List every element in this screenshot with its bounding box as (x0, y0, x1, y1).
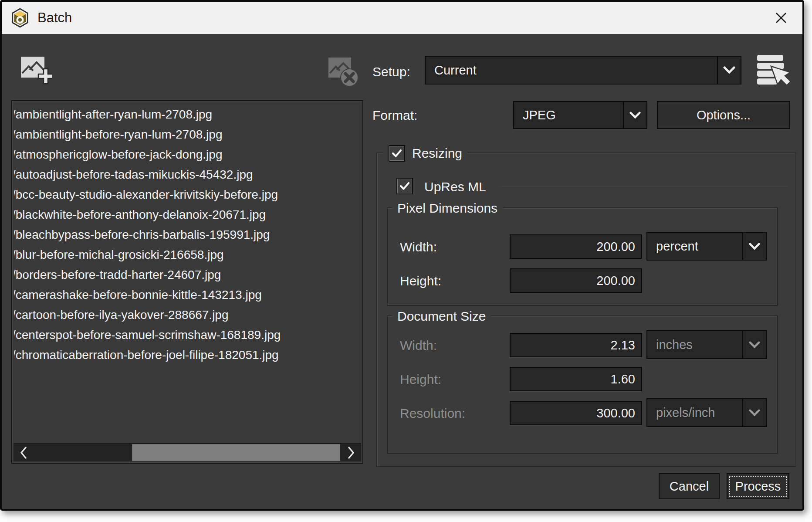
chevron-down-icon (717, 57, 741, 84)
close-button[interactable] (771, 8, 791, 28)
doc-height-label: Height: (400, 372, 441, 387)
horizontal-scrollbar[interactable] (14, 443, 361, 461)
process-button[interactable]: Process (727, 473, 789, 499)
chevron-down-icon (742, 399, 766, 426)
app-logo-icon (11, 8, 29, 28)
doc-width-unit-value: inches (647, 331, 742, 358)
doc-width-unit-dropdown: inches (646, 330, 767, 359)
chevron-down-icon (742, 331, 766, 358)
file-items: /ambientlight-after-ryan-lum-2708.jpg/am… (14, 105, 361, 441)
pixel-width-input[interactable] (510, 234, 642, 259)
pixel-height-input[interactable] (510, 268, 642, 293)
list-item[interactable]: /centerspot-before-samuel-scrimshaw-1681… (14, 325, 361, 345)
setup-label: Setup: (372, 64, 410, 79)
resizing-group-label: Resizing (412, 146, 462, 161)
format-dropdown[interactable]: JPEG (513, 101, 647, 129)
doc-width-label: Width: (400, 338, 437, 353)
chevron-down-icon (623, 102, 646, 128)
document-size-group: Document Size Width: inches Height: Reso… (387, 315, 778, 454)
checkmark-icon (399, 180, 410, 192)
setup-dropdown[interactable]: Current (425, 56, 741, 85)
list-item[interactable]: /borders-before-tradd-harter-24607.jpg (14, 265, 361, 285)
pixel-width-label: Width: (400, 240, 437, 254)
upres-ml-label: UpRes ML (424, 180, 486, 194)
scroll-right-icon (348, 447, 355, 459)
file-list[interactable]: /ambientlight-after-ryan-lum-2708.jpg/am… (11, 100, 363, 464)
format-dropdown-value: JPEG (514, 102, 623, 128)
options-button[interactable]: Options... (657, 101, 790, 129)
list-item[interactable]: /blur-before-michal-grosicki-216658.jpg (14, 245, 361, 265)
list-item[interactable]: /blackwhite-before-anthony-delanoix-2067… (14, 205, 361, 225)
doc-resolution-label: Resolution: (400, 406, 465, 421)
pixel-dimensions-title: Pixel Dimensions (397, 201, 497, 216)
preset-stack-cursor-icon (754, 52, 790, 89)
scrollbar-thumb[interactable] (132, 444, 340, 461)
list-item[interactable]: /bcc-beauty-studio-alexander-krivitskiy-… (14, 185, 361, 205)
pixel-width-unit-value: percent (647, 233, 742, 260)
document-size-title: Document Size (397, 309, 486, 324)
list-item[interactable]: /bleachbypass-before-chris-barbalis-1959… (14, 225, 361, 245)
apply-preset-stack-button[interactable] (754, 52, 790, 91)
pixel-height-label: Height: (400, 274, 441, 288)
remove-images-icon (327, 55, 361, 88)
scroll-right-button[interactable] (341, 444, 361, 461)
list-item[interactable]: /cartoon-before-ilya-yakover-288667.jpg (14, 305, 361, 325)
list-item[interactable]: /chromaticaberration-before-joel-filipe-… (14, 345, 361, 365)
list-item[interactable]: /ambientlight-after-ryan-lum-2708.jpg (14, 105, 361, 125)
remove-images-button[interactable] (327, 55, 361, 90)
list-item[interactable]: /camerashake-before-bonnie-kittle-143213… (14, 285, 361, 305)
pixel-dimensions-group: Pixel Dimensions Width: percent Height: (387, 207, 778, 306)
doc-resolution-input (510, 401, 642, 425)
upres-ml-checkbox[interactable] (396, 178, 413, 194)
scroll-left-icon (20, 447, 27, 459)
list-item[interactable]: /atmosphericglow-before-jack-dong.jpg (14, 145, 361, 165)
scroll-left-button[interactable] (14, 444, 34, 461)
pixel-width-unit-dropdown[interactable]: percent (646, 232, 767, 261)
doc-resolution-unit-dropdown: pixels/inch (646, 398, 767, 427)
add-images-icon (19, 54, 52, 89)
setup-dropdown-value: Current (426, 57, 717, 84)
desktop-background: Batch Setup: Curr (0, 0, 812, 522)
cancel-button[interactable]: Cancel (659, 473, 720, 499)
close-icon (774, 11, 788, 25)
divider (499, 186, 788, 187)
doc-resolution-unit-value: pixels/inch (647, 399, 742, 426)
chevron-down-icon (742, 233, 766, 260)
batch-dialog: Batch Setup: Curr (0, 0, 804, 511)
list-item[interactable]: /autoadjust-before-tadas-mikuckis-45432.… (14, 165, 361, 185)
format-label: Format: (372, 108, 417, 123)
checkmark-icon (391, 148, 403, 159)
resizing-checkbox[interactable] (389, 145, 405, 162)
add-images-button[interactable] (19, 54, 52, 91)
window-title: Batch (37, 10, 72, 26)
doc-height-input (510, 367, 642, 391)
titlebar: Batch (2, 2, 802, 34)
doc-width-input (510, 333, 642, 357)
list-item[interactable]: /ambientlight-before-ryan-lum-2708.jpg (14, 125, 361, 145)
